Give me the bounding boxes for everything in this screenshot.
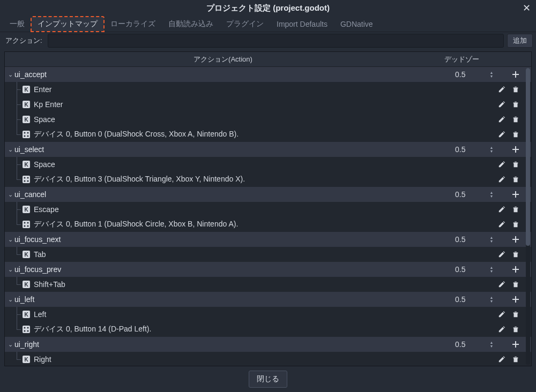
delete-event-button[interactable] xyxy=(509,326,523,333)
deadzone-value[interactable]: 0.5 xyxy=(455,340,487,349)
action-row[interactable]: ⌄ui_focus_prev0.5▲▼ xyxy=(5,262,531,277)
expand-arrow-icon[interactable]: ⌄ xyxy=(7,71,14,78)
joypad-icon xyxy=(22,325,31,334)
event-row[interactable]: Space xyxy=(5,157,531,172)
action-row[interactable]: ⌄ui_select0.5▲▼ xyxy=(5,142,531,157)
delete-event-button[interactable] xyxy=(509,86,523,93)
edit-event-button[interactable] xyxy=(495,206,509,213)
delete-event-button[interactable] xyxy=(509,206,523,213)
table-header: アクション(Action) デッドゾー xyxy=(5,52,531,67)
keyboard-key-icon xyxy=(22,310,31,319)
close-button[interactable]: 閉じる xyxy=(249,371,287,388)
event-label: デバイス 0, Button 14 (D-Pad Left). xyxy=(34,325,495,334)
deadzone-stepper[interactable]: ▲▼ xyxy=(487,341,496,348)
tree-branch-icon xyxy=(14,112,22,127)
tab-2[interactable]: ローカライズ xyxy=(104,17,162,32)
action-name-input[interactable] xyxy=(48,34,504,48)
edit-event-button[interactable] xyxy=(495,116,509,123)
edit-event-button[interactable] xyxy=(495,176,509,183)
edit-event-button[interactable] xyxy=(495,86,509,93)
event-row[interactable]: デバイス 0, Button 1 (DualShock Circle, Xbox… xyxy=(5,217,531,232)
expand-arrow-icon[interactable]: ⌄ xyxy=(7,266,14,273)
scrollbar[interactable] xyxy=(526,68,530,365)
delete-event-button[interactable] xyxy=(509,281,523,288)
tab-5[interactable]: Import Defaults xyxy=(270,17,334,31)
edit-event-button[interactable] xyxy=(495,221,509,228)
delete-event-button[interactable] xyxy=(509,101,523,108)
tab-4[interactable]: プラグイン xyxy=(220,17,270,32)
edit-event-button[interactable] xyxy=(495,131,509,138)
edit-event-button[interactable] xyxy=(495,161,509,168)
joypad-icon xyxy=(22,220,31,229)
event-row[interactable]: Shift+Tab xyxy=(5,277,531,292)
action-row[interactable]: ⌄ui_left0.5▲▼ xyxy=(5,292,531,307)
expand-arrow-icon[interactable]: ⌄ xyxy=(7,341,14,348)
edit-event-button[interactable] xyxy=(495,326,509,333)
keyboard-key-icon xyxy=(22,280,31,289)
event-label: Space xyxy=(34,160,495,169)
add-event-button[interactable] xyxy=(509,295,523,304)
delete-event-button[interactable] xyxy=(509,176,523,183)
event-label: Right xyxy=(34,355,495,364)
action-row[interactable]: ⌄ui_right0.5▲▼ xyxy=(5,337,531,352)
keyboard-key-icon xyxy=(22,115,31,124)
add-event-button[interactable] xyxy=(509,70,523,79)
action-row[interactable]: ⌄ui_focus_next0.5▲▼ xyxy=(5,232,531,247)
expand-arrow-icon[interactable]: ⌄ xyxy=(7,191,14,198)
delete-event-button[interactable] xyxy=(509,131,523,138)
delete-event-button[interactable] xyxy=(509,221,523,228)
tab-6[interactable]: GDNative xyxy=(334,17,379,31)
tab-3[interactable]: 自動読み込み xyxy=(162,17,220,32)
tab-0[interactable]: 一般 xyxy=(3,17,31,32)
event-row[interactable]: デバイス 0, Button 14 (D-Pad Left). xyxy=(5,322,531,337)
expand-arrow-icon[interactable]: ⌄ xyxy=(7,236,14,243)
event-row[interactable]: デバイス 0, Button 0 (DualShock Cross, Xbox … xyxy=(5,127,531,142)
edit-event-button[interactable] xyxy=(495,311,509,318)
deadzone-stepper[interactable]: ▲▼ xyxy=(487,266,496,273)
add-event-button[interactable] xyxy=(509,145,523,154)
event-row[interactable]: Enter xyxy=(5,82,531,97)
edit-event-button[interactable] xyxy=(495,251,509,258)
event-row[interactable]: Left xyxy=(5,307,531,322)
deadzone-value[interactable]: 0.5 xyxy=(455,70,487,79)
deadzone-value[interactable]: 0.5 xyxy=(455,235,487,244)
add-event-button[interactable] xyxy=(509,265,523,274)
delete-event-button[interactable] xyxy=(509,116,523,123)
expand-arrow-icon[interactable]: ⌄ xyxy=(7,146,14,153)
delete-event-button[interactable] xyxy=(509,311,523,318)
deadzone-stepper[interactable]: ▲▼ xyxy=(487,71,496,78)
deadzone-stepper[interactable]: ▲▼ xyxy=(487,296,496,303)
deadzone-value[interactable]: 0.5 xyxy=(455,145,487,154)
add-event-button[interactable] xyxy=(509,190,523,199)
delete-event-button[interactable] xyxy=(509,251,523,258)
action-row[interactable]: ⌄ui_accept0.5▲▼ xyxy=(5,67,531,82)
edit-event-button[interactable] xyxy=(495,356,509,363)
deadzone-value[interactable]: 0.5 xyxy=(455,295,487,304)
add-action-button[interactable]: 追加 xyxy=(507,34,533,48)
event-label: Shift+Tab xyxy=(34,280,495,289)
expand-arrow-icon[interactable]: ⌄ xyxy=(7,296,14,303)
deadzone-value[interactable]: 0.5 xyxy=(455,190,487,199)
close-icon[interactable]: ✕ xyxy=(523,2,531,14)
deadzone-stepper[interactable]: ▲▼ xyxy=(487,236,496,243)
scrollbar-thumb[interactable] xyxy=(526,68,530,246)
edit-event-button[interactable] xyxy=(495,281,509,288)
event-row[interactable]: デバイス 0, Button 3 (DualShock Triangle, Xb… xyxy=(5,172,531,187)
edit-event-button[interactable] xyxy=(495,101,509,108)
delete-event-button[interactable] xyxy=(509,161,523,168)
action-name: ui_select xyxy=(14,145,455,154)
keyboard-key-icon xyxy=(22,85,31,94)
add-event-button[interactable] xyxy=(509,340,523,349)
add-event-button[interactable] xyxy=(509,235,523,244)
deadzone-stepper[interactable]: ▲▼ xyxy=(487,191,496,198)
deadzone-value[interactable]: 0.5 xyxy=(455,265,487,274)
event-row[interactable]: Space xyxy=(5,112,531,127)
event-row[interactable]: Escape xyxy=(5,202,531,217)
event-row[interactable]: Tab xyxy=(5,247,531,262)
action-row[interactable]: ⌄ui_cancel0.5▲▼ xyxy=(5,187,531,202)
event-row[interactable]: Kp Enter xyxy=(5,97,531,112)
delete-event-button[interactable] xyxy=(509,356,523,363)
deadzone-stepper[interactable]: ▲▼ xyxy=(487,146,496,153)
tab-1[interactable]: インプットマップ xyxy=(31,17,104,32)
event-row[interactable]: Right xyxy=(5,352,531,366)
